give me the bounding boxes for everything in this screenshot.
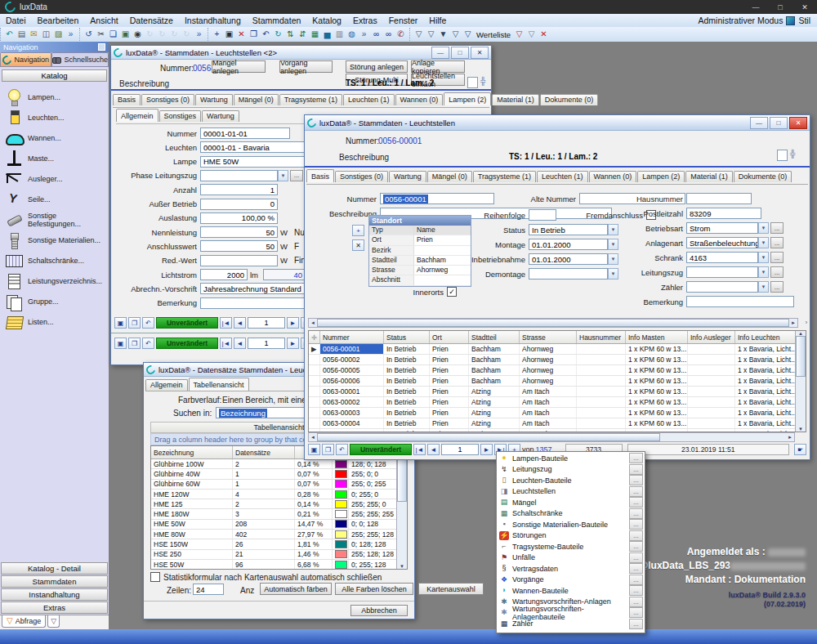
tab-leuchten-1[interactable]: Leuchten (1) — [537, 171, 588, 182]
grid-col-ort[interactable]: Ort — [430, 331, 469, 343]
app-maximize-button[interactable]: □ — [768, 0, 792, 14]
tab-wannen-0[interactable]: Wannen (0) — [589, 171, 637, 182]
auslastung-input[interactable]: 100,00 % — [200, 212, 278, 224]
undo-record-icon[interactable]: ↶ — [142, 317, 154, 329]
menu-fenster[interactable]: Fenster — [383, 16, 424, 25]
nav-first-button[interactable]: |◄ — [220, 317, 232, 329]
nav-prev-button[interactable]: ◄ — [234, 317, 246, 329]
betriebsart-input[interactable]: Strom — [686, 222, 758, 234]
overflow-icon-2[interactable]: » — [193, 28, 205, 41]
grid-col-strasse[interactable]: Strasse — [520, 331, 577, 343]
menu-bearbeiten[interactable]: Bearbeiten — [32, 16, 85, 25]
nav-next-button[interactable]: ► — [287, 317, 299, 329]
stats-tab-allgemein[interactable]: Allgemein — [145, 379, 188, 391]
nav-prev-button[interactable]: ◄ — [427, 444, 440, 455]
menu-item-ellipsis-button[interactable]: … — [629, 453, 643, 463]
window2-maximize-button[interactable]: □ — [451, 47, 469, 59]
nav-first-button[interactable]: |◄ — [220, 338, 232, 349]
window2-close-button[interactable]: ✕ — [471, 47, 489, 59]
montage-input[interactable]: 01.01.2000 — [529, 239, 608, 250]
menu-item-ellipsis-button[interactable]: … — [629, 541, 643, 552]
copy-record-icon[interactable]: ❐ — [248, 28, 260, 41]
postleitzahl-input[interactable]: 83209 — [686, 208, 761, 219]
menu-item-ellipsis-button[interactable]: … — [629, 607, 643, 618]
chevron-down-icon[interactable]: ▼ — [758, 222, 769, 234]
standort-remove-button[interactable]: ✕ — [352, 239, 364, 251]
link-1-icon[interactable]: ∞ — [370, 28, 382, 41]
subtab2-sonstiges[interactable]: Sonstiges — [159, 110, 202, 122]
tab2-tragsysteme-1[interactable]: Tragsysteme (1) — [279, 94, 342, 105]
stats-row[interactable]: Glühbirne 100W20,14 %128; 0; 128 — [151, 459, 407, 469]
menu-item-sonstige-materialien-bauteile[interactable]: ▪Sonstige Materialien-Bauteile… — [497, 519, 645, 530]
redo-4-icon[interactable]: ↻ — [181, 28, 193, 41]
stats-row[interactable]: HSE 250211,46 %255; 128; 128 — [151, 550, 407, 560]
print-preview-icon[interactable]: ◫ — [40, 28, 52, 41]
innerorts-checkbox[interactable]: ✓ — [447, 287, 457, 297]
filter-icon[interactable]: ▽ — [413, 28, 425, 41]
grid-row[interactable]: 0056-00005In BetriebPrienBachhamAhornweg… — [309, 365, 806, 376]
hierarchy-icon[interactable]: ╬ — [790, 150, 795, 158]
form-horizontal-scrollbar[interactable]: ◄► — [308, 318, 798, 328]
cut-icon[interactable]: ✂ — [95, 28, 107, 41]
print-icon[interactable]: ▤ — [16, 28, 28, 41]
notes-icon[interactable] — [467, 77, 478, 88]
overflow-icon-3[interactable]: » — [358, 28, 370, 41]
menu-item-schaltschränke[interactable]: ▦Schaltschränke… — [497, 508, 645, 520]
copy-icon[interactable]: ❏ — [107, 28, 119, 41]
sort-asc-icon[interactable]: ⇅ — [284, 28, 297, 41]
tab-dokumente-0[interactable]: Dokumente (0) — [734, 171, 792, 182]
grid-col-nummer[interactable]: Nummer — [320, 331, 384, 343]
menu-instandhaltung[interactable]: Instandhaltung — [179, 16, 247, 25]
demontage-input[interactable] — [529, 268, 608, 280]
menu-ansicht[interactable]: Ansicht — [84, 16, 123, 25]
stats-row[interactable]: HSE 150W261,81 %0; 128; 128 — [151, 539, 407, 549]
sidebar-item-befestigungen[interactable]: Sonstige Befestigungen... — [0, 209, 109, 230]
reihenfolge-input[interactable] — [529, 209, 556, 221]
stats-col-bezeichnung[interactable]: Bezeichnung — [151, 446, 233, 458]
sidebar-item-schaltschraenke[interactable]: Schaltschränke... — [0, 250, 109, 271]
sidebar-item-leuchten[interactable]: Leuchten... — [0, 107, 109, 127]
window2-titlebar[interactable]: luxData® - Stammdaten - Leuchtstellen <2… — [111, 46, 491, 60]
front-titlebar[interactable]: luxData® - Stammdaten - Leuchtstellen — … — [305, 115, 810, 131]
menu-extras[interactable]: Extras — [347, 16, 383, 25]
menu-item-ellipsis-button[interactable]: … — [629, 508, 643, 519]
overflow-icon[interactable]: » — [65, 28, 77, 41]
status-input[interactable]: In Betrieb — [529, 224, 608, 235]
chevron-down-icon[interactable]: ▼ — [758, 266, 769, 278]
filter-add-icon[interactable]: ▽ — [513, 28, 525, 41]
tab-lampen-2[interactable]: Lampen (2) — [637, 171, 685, 182]
menu-item-ellipsis-button[interactable]: … — [629, 530, 643, 541]
sidebar-item-listen[interactable]: Listen... — [0, 311, 109, 332]
stats-row[interactable]: Glühbirne 60W10,07 %255; 0; 255 — [151, 480, 407, 490]
sidebar-item-wannen[interactable]: Wannen... — [0, 127, 109, 148]
back-icon[interactable]: ↶ — [3, 28, 16, 41]
tab2-mängel-0[interactable]: Mängel (0) — [234, 94, 279, 105]
column-chooser-button[interactable]: ✛ — [309, 331, 320, 343]
filter-mini-tab[interactable]: ▽ — [47, 615, 60, 628]
sidebar-item-ausleger[interactable]: Ausleger... — [0, 168, 109, 189]
bemerkung-input[interactable] — [686, 296, 794, 307]
tab2-material-1[interactable]: Material (1) — [492, 94, 539, 105]
zeilen-input[interactable]: 24 — [193, 584, 224, 595]
tab-basis[interactable]: Basis — [306, 169, 334, 182]
filter-exclude-icon[interactable]: ▽ — [525, 28, 538, 41]
chart-icon[interactable]: ▅ — [321, 28, 333, 41]
stats-row[interactable]: HME 50W20814,47 %0; 0; 128 — [151, 520, 407, 530]
grid-row[interactable]: 0063-00003In BetriebPrienAtzingAm Itach1… — [309, 408, 806, 418]
red-wert-input[interactable] — [200, 255, 278, 266]
sidebar-item-gruppen[interactable]: Gruppe... — [0, 291, 109, 311]
nummer-input[interactable]: 0056-00001 — [380, 193, 494, 204]
tab2-dokumente-0[interactable]: Dokumente (0) — [540, 94, 599, 105]
menu-item-vertragsdaten[interactable]: §Vertragsdaten… — [497, 563, 645, 575]
menu-item-wannen-bauteile[interactable]: ◗Wannen-Bauteile… — [497, 585, 645, 597]
menu-item-leuchten-bauteile[interactable]: ▯Leuchten-Bauteile… — [497, 475, 645, 486]
subtab2-allgemein[interactable]: Allgemein — [116, 109, 158, 122]
filter-edit-icon[interactable]: ▽ — [449, 28, 462, 41]
tab2-leuchten-1[interactable]: Leuchten (1) — [343, 94, 395, 105]
sidebar-section-stammdaten[interactable]: Stammdaten — [1, 575, 108, 588]
save-record-icon[interactable]: ▣ — [223, 28, 235, 41]
redo-3-icon[interactable]: ↻ — [168, 28, 181, 41]
mangel-anlegen-button[interactable]: Mangel anlegen — [212, 60, 266, 73]
hierarchy-icon[interactable]: ╬ — [480, 77, 485, 85]
tab-tragsysteme-1[interactable]: Tragsysteme (1) — [473, 171, 536, 182]
